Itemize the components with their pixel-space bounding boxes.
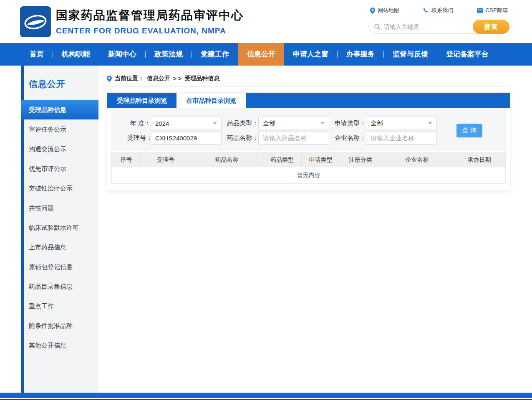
col-header-date: 承办日期 bbox=[453, 153, 506, 167]
sidebar-item-key-work[interactable]: 重点工作 bbox=[24, 296, 98, 316]
location-pin-icon bbox=[107, 76, 112, 82]
tab-accepted-catalog[interactable]: 受理品种目录浏览 bbox=[107, 93, 176, 108]
sitemap-link[interactable]: 网站地图 bbox=[370, 7, 399, 14]
query-button[interactable]: 查 询 bbox=[456, 124, 482, 137]
col-header-reg-class: 注册分类 bbox=[340, 153, 381, 167]
apply-type-label: 申请类型： bbox=[329, 119, 366, 127]
sidebar-item-common-issues[interactable]: 共性问题 bbox=[24, 198, 98, 218]
chevron-down-icon bbox=[320, 122, 325, 124]
contact-us-link-label: 联系我们 bbox=[431, 7, 453, 14]
results-table: 序号 受理号 药品名称 药品类型 申请类型 注册分类 企业名称 承办日期 暂无内 bbox=[111, 152, 506, 184]
breadcrumb-separator: > > bbox=[173, 75, 182, 82]
filter-row-1: 年 度： 2024 药品类型： 全部 申请类型： bbox=[127, 117, 437, 130]
acceptance-no-label: 受理号： bbox=[127, 134, 151, 142]
company-name-label: 企业名称： bbox=[329, 134, 366, 142]
chevron-down-icon bbox=[428, 122, 432, 124]
sidebar-item-marketed-drugs[interactable]: 上市药品信息 bbox=[24, 237, 98, 257]
table-row: 暂无内容 bbox=[112, 167, 506, 184]
nav-item-services[interactable]: 办事服务 bbox=[338, 43, 383, 66]
year-select[interactable]: 2024 bbox=[151, 117, 222, 130]
site-subtitle: CENTER FOR DRUG EVALUATION, NMPA bbox=[56, 26, 244, 36]
nav-item-registration-platform[interactable]: 登记备案平台 bbox=[437, 43, 497, 66]
content: 信息公开 受理品种信息 审评任务公示 沟通交流公示 优先审评公示 突破性治疗公示… bbox=[0, 66, 532, 393]
nav-item-functions[interactable]: 机构职能 bbox=[53, 43, 99, 66]
nav-item-news[interactable]: 新闻中心 bbox=[99, 43, 145, 66]
sidebar-item-review-tasks[interactable]: 审评任务公示 bbox=[24, 119, 98, 139]
sidebar-item-drug-catalog[interactable]: 药品目录集信息 bbox=[24, 277, 98, 296]
cde-mail-link-label: CDE邮箱 bbox=[486, 7, 508, 14]
tab-bar: 受理品种目录浏览 在审品种目录浏览 bbox=[107, 93, 510, 108]
footer bbox=[0, 393, 532, 401]
phone-icon bbox=[423, 8, 429, 14]
col-header-apply-type: 申请类型 bbox=[301, 153, 340, 167]
sidebar-item-excipients-registration[interactable]: 原辅包登记信息 bbox=[24, 257, 98, 277]
nav-item-applicant-window[interactable]: 申请人之窗 bbox=[284, 43, 337, 66]
breadcrumb-prefix: 当前位置： bbox=[115, 75, 144, 82]
sidebar-title: 信息公开 bbox=[24, 66, 98, 100]
company-name-input[interactable] bbox=[366, 131, 437, 145]
search-input[interactable] bbox=[384, 23, 471, 30]
sidebar-item-breakthrough-therapy[interactable]: 突破性治疗公示 bbox=[24, 178, 98, 198]
nav-item-home[interactable]: 首页 bbox=[21, 43, 53, 66]
col-header-company: 企业名称 bbox=[381, 153, 453, 167]
search-bar: 搜索 bbox=[368, 20, 509, 34]
drug-name-label: 药品名称： bbox=[222, 134, 258, 142]
footer-bar bbox=[0, 393, 532, 398]
empty-state-text: 暂无内容 bbox=[112, 167, 506, 184]
col-header-index: 序号 bbox=[112, 153, 141, 167]
sidebar-item-clinical-trial-license[interactable]: 临床试验默示许可 bbox=[24, 218, 98, 237]
nav-item-party-building[interactable]: 党建工作 bbox=[192, 43, 238, 66]
sidebar: 信息公开 受理品种信息 审评任务公示 沟通交流公示 优先审评公示 突破性治疗公示… bbox=[21, 66, 98, 393]
sidebar-item-other-info[interactable]: 其他公开信息 bbox=[24, 335, 98, 355]
nav-item-supervision-feedback[interactable]: 监督与反馈 bbox=[384, 43, 437, 66]
cde-mail-link[interactable]: CDE邮箱 bbox=[477, 7, 508, 14]
footer-line bbox=[0, 399, 532, 400]
header-right: 网站地图 联系我们 CDE邮箱 搜索 bbox=[368, 7, 509, 34]
apply-type-select-value: 全部 bbox=[371, 119, 383, 127]
panel-body: 年 度： 2024 药品类型： 全部 申请类型： bbox=[107, 108, 510, 184]
filter-grid: 年 度： 2024 药品类型： 全部 申请类型： bbox=[127, 117, 437, 145]
drug-type-label: 药品类型： bbox=[222, 119, 258, 127]
title-block: 国家药品监督管理局药品审评中心 CENTER FOR DRUG EVALUATI… bbox=[56, 8, 244, 36]
year-label: 年 度： bbox=[127, 119, 151, 127]
location-pin-icon bbox=[370, 8, 375, 14]
col-header-drug-name: 药品名称 bbox=[191, 153, 263, 167]
sidebar-item-communication[interactable]: 沟通交流公示 bbox=[24, 139, 98, 159]
apply-type-select[interactable]: 全部 bbox=[366, 117, 437, 130]
drug-type-select-value: 全部 bbox=[263, 119, 275, 127]
breadcrumb: 当前位置：信息公开 > > 受理品种信息 bbox=[107, 66, 510, 87]
contact-us-link[interactable]: 联系我们 bbox=[423, 7, 453, 14]
filter-row-2: 受理号： 药品名称： 企业名称： bbox=[127, 131, 437, 145]
nav-item-policy[interactable]: 政策法规 bbox=[146, 43, 192, 66]
col-header-acceptance-no: 受理号 bbox=[141, 153, 191, 167]
sitemap-link-label: 网站地图 bbox=[378, 7, 399, 14]
filter-panel: 年 度： 2024 药品类型： 全部 申请类型： bbox=[111, 108, 506, 151]
site-title: 国家药品监督管理局药品审评中心 bbox=[56, 8, 244, 23]
acceptance-no-input[interactable] bbox=[151, 131, 222, 145]
header: 国家药品监督管理局药品审评中心 CENTER FOR DRUG EVALUATI… bbox=[0, 0, 532, 43]
drug-type-select[interactable]: 全部 bbox=[258, 117, 329, 130]
breadcrumb-section-link[interactable]: 信息公开 bbox=[147, 75, 170, 82]
year-select-value: 2024 bbox=[155, 120, 169, 127]
main-nav: 首页 机构职能 新闻中心 政策法规 党建工作 信息公开 申请人之窗 办事服务 监… bbox=[0, 43, 532, 66]
breadcrumb-current: 受理品种信息 bbox=[184, 75, 219, 82]
content-panel: 受理品种目录浏览 在审品种目录浏览 年 度： 2024 药品类型： bbox=[107, 92, 510, 191]
search-button[interactable]: 搜索 bbox=[473, 20, 509, 34]
sidebar-item-accepted-varieties[interactable]: 受理品种信息 bbox=[21, 100, 98, 119]
top-links: 网站地图 联系我们 CDE邮箱 bbox=[368, 7, 509, 14]
sidebar-item-conditional-approval[interactable]: 附条件批准品种 bbox=[24, 316, 98, 335]
col-header-drug-type: 药品类型 bbox=[263, 153, 302, 167]
drug-name-input[interactable] bbox=[258, 131, 329, 145]
cde-logo-icon bbox=[20, 6, 51, 37]
tab-under-review-catalog[interactable]: 在审品种目录浏览 bbox=[176, 93, 246, 108]
search-icon bbox=[374, 23, 381, 30]
sidebar-item-priority-review[interactable]: 优先审评公示 bbox=[24, 159, 98, 178]
nav-item-info-disclosure[interactable]: 信息公开 bbox=[238, 43, 284, 66]
envelope-icon bbox=[477, 8, 483, 13]
main-area: 当前位置：信息公开 > > 受理品种信息 受理品种目录浏览 在审品种目录浏览 年… bbox=[107, 66, 510, 393]
table-header-row: 序号 受理号 药品名称 药品类型 申请类型 注册分类 企业名称 承办日期 bbox=[112, 153, 506, 167]
chevron-down-icon bbox=[213, 122, 217, 124]
